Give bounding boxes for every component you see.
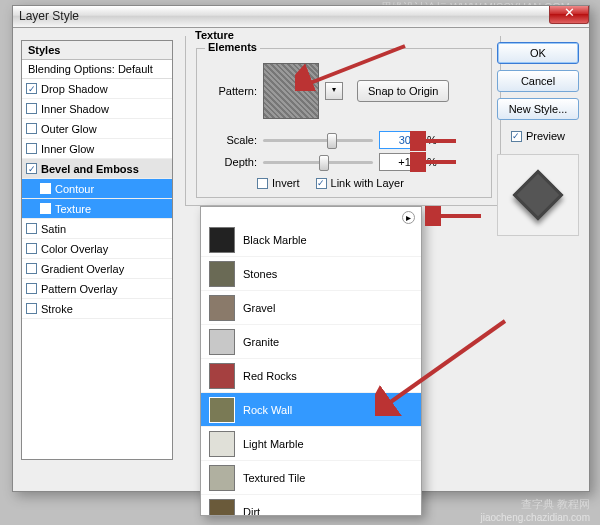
pattern-name: Granite [243,336,279,348]
style-label: Satin [41,223,66,235]
style-checkbox[interactable] [40,203,51,214]
scale-input[interactable] [379,131,421,149]
style-row[interactable]: Texture [22,199,172,219]
pattern-item[interactable]: Rock Wall [201,393,421,427]
link-checkbox[interactable] [316,178,327,189]
pattern-dropdown: ▸ Black MarbleStonesGravelGraniteRed Roc… [200,206,422,516]
style-label: Texture [55,203,91,215]
style-checkbox[interactable] [40,183,51,194]
pattern-item[interactable]: Textured Tile [201,461,421,495]
link-label: Link with Layer [331,177,404,189]
style-label: Drop Shadow [41,83,108,95]
style-row[interactable]: Satin [22,219,172,239]
style-checkbox[interactable] [26,103,37,114]
style-checkbox[interactable] [26,243,37,254]
style-label: Outer Glow [41,123,97,135]
pattern-thumbnail[interactable] [263,63,319,119]
styles-sidebar: Styles Blending Options: Default Drop Sh… [21,40,173,460]
depth-unit: % [427,156,437,168]
pattern-name: Black Marble [243,234,307,246]
pattern-item[interactable]: Light Marble [201,427,421,461]
pattern-swatch [209,363,235,389]
style-checkbox[interactable] [26,163,37,174]
pattern-item[interactable]: Stones [201,257,421,291]
pattern-swatch [209,431,235,457]
style-row[interactable]: Gradient Overlay [22,259,172,279]
pattern-name: Textured Tile [243,472,305,484]
preview-checkbox[interactable] [511,131,522,142]
depth-input[interactable] [379,153,421,171]
pattern-name: Red Rocks [243,370,297,382]
pattern-item[interactable]: Black Marble [201,223,421,257]
pattern-name: Light Marble [243,438,304,450]
invert-label: Invert [272,177,300,189]
style-label: Contour [55,183,94,195]
scale-slider[interactable] [263,139,373,142]
style-label: Color Overlay [41,243,108,255]
style-row[interactable]: Inner Shadow [22,99,172,119]
pattern-item[interactable]: Gravel [201,291,421,325]
style-label: Gradient Overlay [41,263,124,275]
pattern-swatch [209,397,235,423]
dropdown-flyout-button[interactable]: ▸ [402,211,415,224]
window-title: Layer Style [19,9,79,23]
style-label: Bevel and Emboss [41,163,139,175]
scale-unit: % [427,134,437,146]
style-checkbox[interactable] [26,263,37,274]
invert-checkbox[interactable] [257,178,268,189]
sidebar-blending[interactable]: Blending Options: Default [22,60,172,79]
style-checkbox[interactable] [26,283,37,294]
style-row[interactable]: Contour [22,179,172,199]
style-label: Inner Glow [41,143,94,155]
style-row[interactable]: Color Overlay [22,239,172,259]
new-style-button[interactable]: New Style... [497,98,579,120]
pattern-swatch [209,295,235,321]
elements-group: Elements Pattern: ▾ Snap to Origin Scale… [196,48,492,198]
pattern-item[interactable]: Dirt [201,495,421,516]
pattern-name: Dirt [243,506,260,517]
cancel-button[interactable]: Cancel [497,70,579,92]
elements-title: Elements [205,41,260,53]
style-checkbox[interactable] [26,303,37,314]
pattern-swatch [209,329,235,355]
style-label: Stroke [41,303,73,315]
style-checkbox[interactable] [26,83,37,94]
pattern-swatch [209,261,235,287]
ok-button[interactable]: OK [497,42,579,64]
style-row[interactable]: Pattern Overlay [22,279,172,299]
scale-label: Scale: [207,134,257,146]
close-button[interactable]: ✕ [549,6,589,24]
dialog-buttons: OK Cancel New Style... Preview [497,42,579,236]
texture-panel: Texture Elements Pattern: ▾ Snap to Orig… [185,36,501,206]
snap-to-origin-button[interactable]: Snap to Origin [357,80,449,102]
pattern-name: Stones [243,268,277,280]
style-row[interactable]: Outer Glow [22,119,172,139]
panel-title: Texture [192,29,237,41]
style-label: Inner Shadow [41,103,109,115]
style-row[interactable]: Drop Shadow [22,79,172,99]
pattern-item[interactable]: Granite [201,325,421,359]
style-row[interactable]: Inner Glow [22,139,172,159]
style-checkbox[interactable] [26,223,37,234]
pattern-swatch [209,465,235,491]
pattern-swatch [209,499,235,517]
watermark-bottom: 查字典 教程网 jiaocheng.chazidian.com [480,494,590,523]
pattern-name: Gravel [243,302,275,314]
titlebar[interactable]: Layer Style ✕ [13,6,589,28]
depth-slider[interactable] [263,161,373,164]
pattern-item[interactable]: Red Rocks [201,359,421,393]
preview-image [497,154,579,236]
sidebar-head[interactable]: Styles [22,41,172,60]
pattern-dropdown-button[interactable]: ▾ [325,82,343,100]
pattern-label: Pattern: [207,85,257,97]
style-row[interactable]: Bevel and Emboss [22,159,172,179]
pattern-name: Rock Wall [243,404,292,416]
style-row[interactable]: Stroke [22,299,172,319]
pattern-swatch [209,227,235,253]
style-checkbox[interactable] [26,143,37,154]
depth-label: Depth: [207,156,257,168]
style-label: Pattern Overlay [41,283,117,295]
style-checkbox[interactable] [26,123,37,134]
preview-label: Preview [526,130,565,142]
